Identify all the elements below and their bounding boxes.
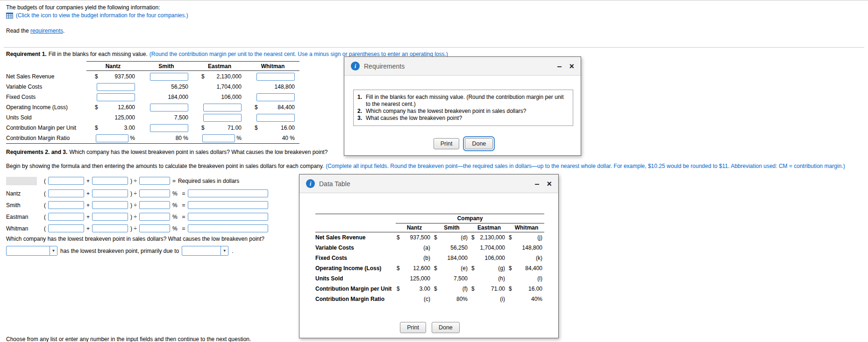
plus-sign: + bbox=[86, 190, 90, 197]
requirements-link[interactable]: requirements bbox=[30, 28, 63, 34]
cell-value: 106,000 bbox=[221, 94, 242, 100]
table-cell: $(g) bbox=[470, 265, 508, 272]
company-select[interactable]: ▼ bbox=[6, 246, 57, 256]
table-cell: 7,500 bbox=[433, 275, 470, 282]
be-nantz-input-1[interactable] bbox=[48, 189, 84, 197]
equals-sign: = bbox=[182, 214, 185, 220]
dollar-sign: $ bbox=[201, 125, 205, 131]
input-cm-ratio-nantz[interactable] bbox=[96, 134, 128, 142]
percent-sign: % bbox=[172, 214, 178, 220]
be-whitman-required-sales-input[interactable] bbox=[188, 224, 268, 232]
input-fixed-costs-nantz[interactable] bbox=[97, 93, 135, 101]
input-fixed-costs-whitman[interactable] bbox=[256, 93, 295, 101]
row-label: Contribution Margin Ratio bbox=[6, 135, 86, 141]
table-cell: 56,250 bbox=[433, 244, 470, 251]
be-formula-input-2[interactable] bbox=[92, 177, 128, 185]
cell-value: 71.00 bbox=[228, 125, 242, 131]
requirements-list: 1. Fill in the blanks for each missing v… bbox=[353, 90, 573, 126]
table-row-fixed-costs: Fixed Costs (b) 184,000 106,000 (k) bbox=[315, 253, 544, 263]
cell-value: 148,800 bbox=[522, 244, 542, 251]
table-cell: 1,704,000 bbox=[470, 244, 508, 251]
be-whitman-input-2[interactable] bbox=[92, 224, 128, 232]
column-header-nantz: Nantz bbox=[396, 224, 433, 231]
input-operating-income-eastman[interactable] bbox=[203, 104, 242, 112]
company-label: Whitman bbox=[6, 225, 42, 232]
be-eastman-input-2[interactable] bbox=[92, 213, 128, 221]
column-header-smith: Smith bbox=[140, 63, 193, 70]
be-smith-input-3[interactable] bbox=[139, 201, 170, 209]
budget-table-icon[interactable] bbox=[6, 13, 13, 19]
print-button[interactable]: Print bbox=[400, 322, 426, 333]
be-formula-input-3[interactable] bbox=[139, 177, 170, 185]
answer-middle-text: has the lowest breakeven point, primaril… bbox=[60, 248, 179, 254]
cause-select[interactable]: ▼ bbox=[182, 246, 228, 256]
open-paren: ( bbox=[44, 178, 46, 184]
cell-value: 125,000 bbox=[115, 114, 135, 121]
be-nantz-input-2[interactable] bbox=[92, 189, 128, 197]
input-cm-per-unit-smith[interactable] bbox=[150, 124, 188, 132]
item-text: Which company has the lowest breakeven p… bbox=[366, 108, 526, 115]
be-smith-input-2[interactable] bbox=[92, 201, 128, 209]
cell-value: 184,000 bbox=[448, 255, 468, 261]
open-paren: ( bbox=[44, 225, 46, 232]
cell-value: 937,500 bbox=[115, 73, 135, 80]
be-nantz-input-3[interactable] bbox=[139, 189, 170, 197]
chevron-down-icon[interactable]: ▼ bbox=[50, 246, 57, 255]
requirement1-table: Nantz Smith Eastman Whitman Net Sales Re… bbox=[6, 61, 299, 144]
input-units-sold-eastman[interactable] bbox=[203, 114, 242, 122]
percent-sign: % bbox=[172, 190, 178, 197]
row-label: Contribution Margin Ratio bbox=[315, 296, 396, 302]
input-units-sold-whitman[interactable] bbox=[256, 114, 295, 122]
input-cm-ratio-eastman[interactable] bbox=[202, 134, 235, 142]
be-formula-input-1[interactable] bbox=[48, 177, 84, 185]
minimize-icon[interactable]: – bbox=[557, 64, 562, 69]
close-icon[interactable]: × bbox=[547, 181, 552, 187]
minimize-icon[interactable]: – bbox=[534, 181, 539, 186]
be-smith-required-sales-input[interactable] bbox=[188, 201, 268, 209]
lowest-breakeven-question: Which company has the lowest breakeven p… bbox=[6, 236, 264, 242]
table-row-operating-income: Operating Income (Loss) $12,600 $84,400 bbox=[6, 102, 299, 112]
done-button[interactable]: Done bbox=[465, 138, 493, 149]
item-text: What causes the low breakeven point? bbox=[366, 115, 462, 122]
be-eastman-input-3[interactable] bbox=[139, 213, 170, 221]
input-variable-costs-nantz[interactable] bbox=[97, 83, 135, 91]
column-header-smith: Smith bbox=[433, 224, 470, 231]
table-cell: 80 % bbox=[140, 135, 193, 141]
input-net-sales-smith[interactable] bbox=[150, 73, 188, 81]
input-operating-income-smith[interactable] bbox=[150, 104, 188, 112]
dollar-sign: $ bbox=[509, 286, 512, 292]
close-icon[interactable]: × bbox=[569, 63, 574, 70]
input-net-sales-whitman[interactable] bbox=[256, 73, 295, 81]
table-cell bbox=[246, 93, 299, 101]
chevron-down-icon[interactable]: ▼ bbox=[221, 246, 228, 255]
requirement1-text: Fill in the blanks for each missing valu… bbox=[49, 51, 148, 57]
cell-value: (a) bbox=[423, 244, 430, 251]
requirements23-label: Requirements 2. and 3. bbox=[6, 149, 67, 155]
be-nantz-required-sales-input[interactable] bbox=[188, 189, 268, 197]
be-eastman-input-1[interactable] bbox=[48, 213, 84, 221]
percent-sign: % bbox=[172, 202, 178, 209]
cell-value: (l) bbox=[537, 275, 542, 282]
company-header-row: Company bbox=[315, 214, 544, 223]
be-whitman-input-3[interactable] bbox=[139, 224, 170, 232]
be-eastman-required-sales-input[interactable] bbox=[188, 213, 268, 221]
dollar-sign: $ bbox=[95, 73, 98, 80]
company-header: Company bbox=[396, 214, 544, 223]
requirements-dialog-titlebar[interactable]: i Requirements – × bbox=[344, 57, 581, 76]
requirement-item: 2. Which company has the lowest breakeve… bbox=[357, 108, 568, 115]
table-cell: 56,250 bbox=[140, 84, 193, 90]
be-smith-input-1[interactable] bbox=[48, 201, 84, 209]
cell-value: 16.00 bbox=[528, 286, 542, 292]
formula-row-eastman: Eastman ( + ) ÷ % = bbox=[6, 212, 268, 222]
table-cell: $3.00 bbox=[396, 286, 433, 292]
data-table-dialog-titlebar[interactable]: i Data Table – × bbox=[299, 174, 558, 193]
be-whitman-input-1[interactable] bbox=[48, 224, 84, 232]
table-cell bbox=[86, 93, 140, 101]
row-label: Operating Income (Loss) bbox=[6, 104, 86, 111]
print-button[interactable]: Print bbox=[434, 138, 460, 149]
dollar-sign: $ bbox=[434, 265, 437, 272]
table-cell: (c) bbox=[396, 296, 433, 302]
table-row-net-sales: Net Sales Revenue $937,500 $(d) $2,130,0… bbox=[315, 232, 544, 243]
done-button[interactable]: Done bbox=[432, 322, 460, 333]
cell-value: 12,600 bbox=[413, 265, 430, 272]
